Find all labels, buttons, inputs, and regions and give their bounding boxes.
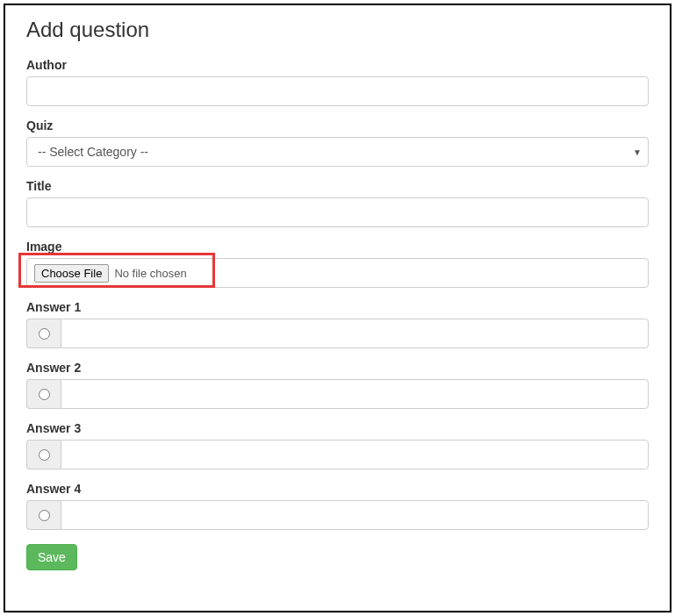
answer-3-radio[interactable] (39, 449, 50, 461)
choose-file-button[interactable]: Choose File (34, 264, 109, 283)
title-label: Title (26, 179, 649, 193)
title-input[interactable] (26, 197, 649, 227)
image-group: Image Choose File No file chosen (26, 240, 649, 288)
title-group: Title (26, 179, 649, 227)
save-button[interactable]: Save (26, 544, 77, 570)
image-file-row: Choose File No file chosen (26, 258, 649, 288)
answer-3-input[interactable] (61, 440, 649, 469)
answer-2-input[interactable] (61, 379, 649, 409)
quiz-label: Quiz (26, 118, 649, 133)
answer-3-group: Answer 3 (26, 421, 649, 469)
answer-4-input[interactable] (61, 500, 649, 530)
answer-1-radio[interactable] (39, 328, 50, 340)
answer-2-radio-addon (26, 379, 61, 409)
page-title: Add question (26, 18, 649, 42)
answer-4-radio[interactable] (39, 510, 50, 521)
image-label: Image (26, 240, 649, 254)
answer-2-radio[interactable] (39, 389, 50, 400)
answer-4-label: Answer 4 (26, 482, 649, 496)
author-group: Author (26, 58, 649, 106)
answer-3-label: Answer 3 (26, 421, 649, 435)
author-label: Author (26, 58, 649, 72)
answer-3-radio-addon (26, 440, 61, 469)
answer-4-radio-addon (26, 500, 61, 530)
answer-1-label: Answer 1 (26, 300, 649, 314)
answer-1-input[interactable] (61, 319, 649, 348)
form-container: Add question Author Quiz -- Select Categ… (4, 4, 671, 612)
answer-2-group: Answer 2 (26, 361, 649, 409)
answer-1-radio-addon (26, 319, 61, 348)
answer-4-group: Answer 4 (26, 482, 649, 530)
quiz-select[interactable]: -- Select Category -- (26, 137, 649, 167)
answer-1-group: Answer 1 (26, 300, 649, 348)
author-input[interactable] (26, 76, 649, 106)
answer-2-label: Answer 2 (26, 361, 649, 375)
file-status-text: No file chosen (114, 267, 186, 280)
quiz-group: Quiz -- Select Category -- ▼ (26, 118, 649, 167)
